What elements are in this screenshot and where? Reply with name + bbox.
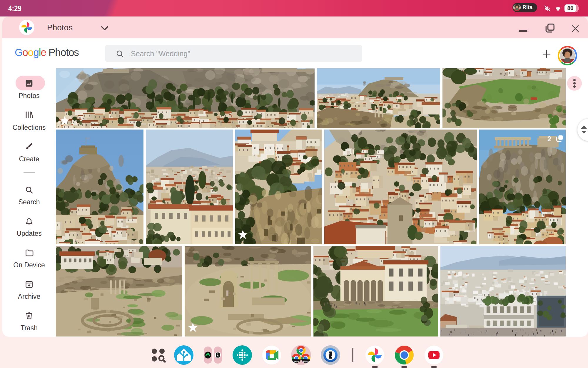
svg-text:Beta: Beta	[303, 360, 309, 363]
svg-text:Dev: Dev	[294, 360, 299, 363]
